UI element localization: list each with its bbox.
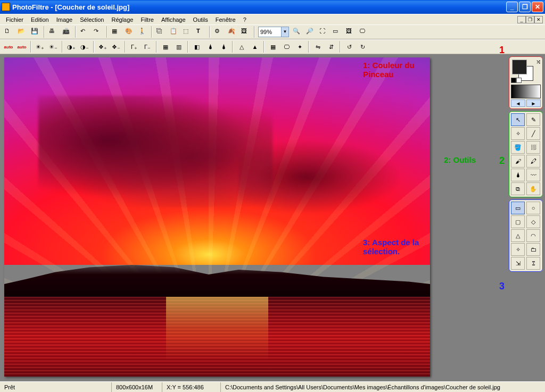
shape-size[interactable]: ⇲ <box>511 257 525 270</box>
gray-icon: ◧ <box>194 44 200 51</box>
fullscreen-button[interactable]: 🖵 <box>357 26 370 38</box>
sat-plus-button[interactable]: ❖₊ <box>96 40 109 53</box>
spray-icon: ⛆ <box>531 144 536 151</box>
sel-button[interactable]: ⬚ <box>181 26 194 38</box>
palette-next-button[interactable]: ► <box>526 99 541 107</box>
shape-rect[interactable]: ▭ <box>511 202 525 214</box>
zoom-dropdown-button[interactable]: ▼ <box>281 27 288 37</box>
contrast-plus-button[interactable]: ◑₊ <box>65 40 78 53</box>
zoom-image-button[interactable]: 🖼 <box>344 26 357 38</box>
tool-stamp[interactable]: ⧉ <box>511 182 525 195</box>
bright-plus-button[interactable]: ☀₊ <box>34 40 46 53</box>
palette-prev-button[interactable]: ◄ <box>511 99 525 107</box>
color-gradient[interactable] <box>511 85 541 98</box>
foreground-color-swatch[interactable] <box>512 60 527 74</box>
maximize-button[interactable]: ❐ <box>519 2 531 12</box>
sepia-button[interactable]: 🌢 <box>204 40 217 53</box>
bright-minus-button[interactable]: ☀₋ <box>47 40 60 53</box>
scan-button[interactable]: 📠 <box>60 26 73 38</box>
shape-star[interactable]: ✧ <box>511 243 525 256</box>
mdi-restore-button[interactable]: ❐ <box>526 16 534 23</box>
sat-minus-button[interactable]: ❖₋ <box>110 40 122 53</box>
shape-circle[interactable]: ○ <box>526 202 540 214</box>
rgb-button[interactable]: ▦ <box>110 26 122 38</box>
tool-eyedropper[interactable]: ✎ <box>526 113 540 126</box>
zoomout-button[interactable]: 🔎 <box>304 26 317 38</box>
tool-brush[interactable]: 🖌 <box>511 155 525 168</box>
image-canvas[interactable] <box>4 57 430 377</box>
shape-ibeam[interactable]: Ɪ <box>526 257 540 270</box>
auto-contrast-button[interactable]: auto <box>15 40 28 53</box>
undo-button[interactable]: ↶ <box>78 26 91 38</box>
shape-roundrect[interactable]: ▢ <box>511 215 525 228</box>
shape-diamond[interactable]: ◇ <box>526 215 540 228</box>
tool-hand[interactable]: ✋ <box>526 182 540 195</box>
fliph-button[interactable]: ⇋ <box>311 40 324 53</box>
save-button[interactable]: 💾 <box>29 26 42 38</box>
annotation-2-number: 2 <box>499 155 505 166</box>
frame-button[interactable]: 🖼 <box>239 26 252 38</box>
person-button[interactable]: 🚶 <box>136 26 149 38</box>
module-button[interactable]: ⚙ <box>212 26 225 38</box>
menu-outils[interactable]: Outils <box>189 15 212 24</box>
copy-button[interactable]: ⿻ <box>154 26 167 38</box>
tool-wand[interactable]: ✧ <box>511 127 525 140</box>
main-toolbar: 🗋 📂 💾 🖶 📠 ↶ ↷ ▦ 🎨 🚶 ⿻ 📋 ⬚ T ⚙ 🍂 🖼 ▼ 🔍 🔎 … <box>0 24 545 39</box>
menu-reglage[interactable]: Réglage <box>108 15 137 24</box>
paste-button[interactable]: 📋 <box>168 26 180 38</box>
tool-line[interactable]: ╱ <box>526 127 540 140</box>
dust-button[interactable]: 🌢 <box>217 40 230 53</box>
menu-affichage[interactable]: Affichage <box>158 15 189 24</box>
star-button[interactable]: ✦ <box>293 40 306 53</box>
frame-icon: 🖼 <box>241 28 250 36</box>
menu-fenetre[interactable]: Fenêtre <box>212 15 240 24</box>
zoom-fit-button[interactable]: ▭ <box>331 26 343 38</box>
auto-level-button[interactable]: auto <box>2 40 15 53</box>
open-button[interactable]: 📂 <box>15 26 28 38</box>
mdi-minimize-button[interactable]: _ <box>517 16 526 23</box>
mdi-close-button[interactable]: ✕ <box>534 16 543 23</box>
print-button[interactable]: 🖶 <box>47 26 60 38</box>
palette-button[interactable]: 🎨 <box>123 26 136 38</box>
rotl-button[interactable]: ↺ <box>343 40 356 53</box>
blur-button[interactable]: ▲ <box>249 40 261 53</box>
flipv-button[interactable]: ⇵ <box>325 40 337 53</box>
swap-colors-button[interactable]: ⤭ <box>536 59 541 65</box>
sharpen-button[interactable]: △ <box>235 40 248 53</box>
default-colors[interactable] <box>511 78 522 83</box>
menu-help[interactable]: ? <box>240 15 250 24</box>
monitor-button[interactable]: 🖵 <box>280 40 293 53</box>
grid-button[interactable]: ▥ <box>172 40 185 53</box>
close-button[interactable]: ✕ <box>532 2 543 12</box>
rotr-button[interactable]: ↻ <box>356 40 369 53</box>
shape-arc[interactable]: ◠ <box>526 229 540 242</box>
gamma-plus-button[interactable]: Γ₊ <box>128 40 141 53</box>
gray-button[interactable]: ◧ <box>191 40 203 53</box>
tool-spray[interactable]: ⛆ <box>526 141 540 154</box>
zoomin-button[interactable]: 🔍 <box>291 26 303 38</box>
new-button[interactable]: 🗋 <box>2 26 15 38</box>
histo-button[interactable]: ▦ <box>159 40 172 53</box>
menu-filtre[interactable]: Filtre <box>137 15 157 24</box>
text-button[interactable]: T <box>194 26 207 38</box>
minimize-button[interactable]: _ <box>506 2 518 12</box>
redo-button[interactable]: ↷ <box>92 26 104 38</box>
menu-edition[interactable]: Edition <box>27 15 53 24</box>
tool-smudge[interactable]: 〰 <box>526 169 540 181</box>
menu-selection[interactable]: Sélection <box>76 15 108 24</box>
zoom-actual-button[interactable]: ⛶ <box>317 26 330 38</box>
tool-pointer[interactable]: ↖ <box>511 113 525 126</box>
shape-triangle[interactable]: △ <box>511 229 525 242</box>
leaf-button[interactable]: 🍂 <box>226 26 238 38</box>
variation-button[interactable]: ▦ <box>267 40 279 53</box>
contrast-minus-button[interactable]: ◑₋ <box>78 40 91 53</box>
tool-brush2[interactable]: 🖍 <box>526 155 540 168</box>
zoom-combobox[interactable]: ▼ <box>258 27 289 37</box>
menu-image[interactable]: Image <box>53 15 77 24</box>
menu-fichier[interactable]: Fichier <box>2 15 27 24</box>
tool-fill[interactable]: 🪣 <box>511 141 525 154</box>
zoom-input[interactable] <box>259 27 281 37</box>
tool-blur[interactable]: 🌢 <box>511 169 525 181</box>
gamma-minus-button[interactable]: Γ₋ <box>141 40 154 53</box>
shape-folder[interactable]: 🗀 <box>526 243 540 256</box>
